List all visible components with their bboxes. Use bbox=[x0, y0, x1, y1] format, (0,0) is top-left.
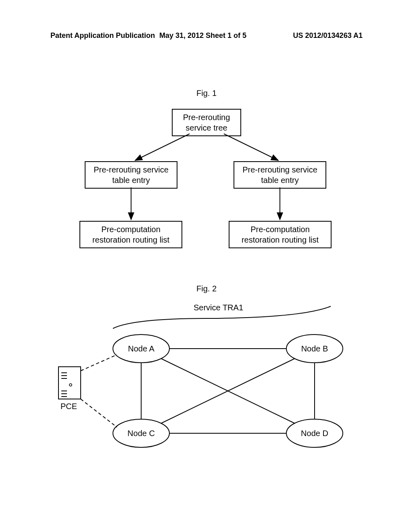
svg-line-2 bbox=[224, 134, 278, 160]
svg-line-1 bbox=[135, 134, 190, 160]
header-mid: May 31, 2012 Sheet 1 of 5 bbox=[159, 31, 246, 40]
fig1-arrows bbox=[0, 105, 413, 250]
fig2-service-label: Service TRA1 bbox=[194, 303, 243, 312]
figure-2-diagram: Service TRA1 Node A Node B Node C Node D… bbox=[0, 294, 413, 476]
pce-icon bbox=[58, 367, 81, 399]
fig2-node-a: Node A bbox=[128, 344, 154, 353]
svg-line-23 bbox=[81, 355, 117, 371]
fig2-node-b: Node B bbox=[301, 344, 328, 353]
fig2-pce-label: PCE bbox=[60, 402, 77, 411]
header-left: Patent Application Publication bbox=[50, 31, 155, 40]
svg-line-24 bbox=[81, 399, 117, 427]
fig2-node-d: Node D bbox=[301, 429, 328, 438]
figure-1-label: Fig. 1 bbox=[0, 89, 413, 98]
fig2-node-c: Node C bbox=[127, 429, 155, 438]
figure-2-label: Fig. 2 bbox=[0, 284, 413, 293]
header-right: US 2012/0134263 A1 bbox=[293, 31, 363, 40]
